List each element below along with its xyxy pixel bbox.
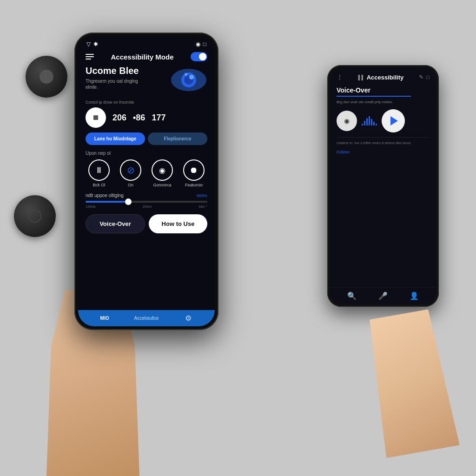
svg-point-4	[185, 73, 187, 76]
sec-waveform-bars	[362, 116, 377, 126]
accessibility-toggle[interactable]	[191, 52, 207, 61]
slider-title: ndlt uppoe olttglng	[86, 193, 124, 198]
nav-item-settings[interactable]: ⚙	[169, 314, 207, 323]
sec-search-icon[interactable]: 🔍	[347, 291, 357, 300]
pause-circle[interactable]	[88, 159, 110, 181]
sec-record-icon: ◉	[344, 117, 350, 125]
sec-header: ⋮ ▌▌ Accessibility ✎ □	[330, 68, 436, 84]
sec-person-icon[interactable]: 👤	[410, 291, 419, 300]
sec-desc: Brg dve sndr oto smdll prty rnbles.	[337, 99, 430, 105]
menu-button[interactable]	[86, 54, 94, 60]
sec-subtitle: Voice-Over	[337, 86, 430, 94]
sound-circle[interactable]	[152, 159, 173, 181]
gear-icon: ⚙	[185, 314, 192, 322]
nav-item-mio[interactable]: MIO	[86, 316, 124, 321]
play-triangle-icon	[390, 116, 398, 126]
slash-label: On	[128, 183, 133, 187]
sec-record-button[interactable]: ◉	[337, 111, 357, 131]
slash-circle[interactable]	[120, 159, 141, 181]
slider-fill	[86, 201, 128, 203]
icon-item-record: Featuroio	[183, 159, 205, 187]
stat-circle-icon	[86, 107, 106, 128]
hands-container: ▽ ✱ ◉ □ Accessibility Mode	[0, 0, 476, 476]
icon-item-pause: Bck Ol	[88, 159, 110, 187]
icon-item-sound: Gonvorca	[152, 159, 173, 187]
tab-language[interactable]: Lane ho Miodnlage	[86, 132, 145, 145]
bar-2	[364, 121, 365, 126]
bar-5	[371, 119, 372, 126]
sound-label: Gonvorca	[153, 183, 171, 187]
slider-thumb[interactable]	[125, 198, 132, 205]
welcome-text: Ucome Blee Thgresem you oal dnglng elmle…	[86, 65, 151, 90]
pause-label: Bck Ol	[93, 183, 106, 187]
app-header: Accessibility Mode	[78, 49, 215, 65]
globe-icon: ◉	[196, 41, 200, 47]
sec-controls: ◉	[337, 109, 430, 132]
slider-track[interactable]	[86, 201, 207, 203]
status-icons-left: ▽ ✱	[86, 41, 98, 47]
stat-icon-inner	[93, 115, 98, 120]
voice-over-button[interactable]: Voice-Over	[86, 214, 145, 233]
icon-item-on: On	[120, 159, 141, 187]
sec-play-button[interactable]	[382, 109, 405, 132]
app-title: Accessibility Mode	[111, 53, 173, 61]
status-icons-right: ◉ □	[196, 41, 206, 47]
stat-num-2: •86	[133, 113, 145, 123]
sec-edit-icon[interactable]: ✎	[419, 74, 423, 80]
nav-accessibility-label: Acceloiullce	[134, 316, 159, 321]
slider-max-label: Mio °	[199, 205, 207, 209]
signal-icon: ▽	[86, 41, 91, 47]
sec-divider	[337, 137, 430, 138]
pause-icon	[95, 165, 103, 175]
slider-min-label: 1694k	[86, 205, 96, 209]
svg-point-3	[189, 75, 194, 79]
stat-num-3: 177	[152, 113, 165, 123]
sec-square-icon[interactable]: □	[426, 74, 430, 80]
stat-num-1: 206	[112, 113, 126, 123]
slider-section: ndlt uppoe olttglng 069% 1694k 200m Mio …	[86, 193, 207, 209]
eye-icon	[170, 65, 207, 95]
slider-value: 069%	[197, 193, 207, 198]
share-icon: □	[203, 41, 206, 47]
hand-right	[362, 308, 460, 458]
bottom-nav: MIO Acceloiullce ⚙	[78, 310, 215, 326]
phone-main: ▽ ✱ ◉ □ Accessibility Mode	[74, 33, 218, 330]
bar-6	[373, 122, 375, 126]
sec-mic-icon[interactable]: 🎤	[378, 291, 388, 300]
sec-signal-icon: ▌▌	[358, 75, 365, 80]
nav-item-accessibility[interactable]: Acceloiullce	[127, 316, 165, 321]
bar-3	[366, 118, 368, 126]
welcome-heading: Ucome Blee	[86, 65, 151, 76]
bar-1	[362, 124, 363, 126]
sec-bottom-label: Dolzeo	[337, 150, 430, 154]
user-section-label: Upon nep ol	[86, 151, 207, 156]
phone-secondary-screen: ⋮ ▌▌ Accessibility ✎ □ Voice-Over Brg dv…	[330, 68, 436, 304]
icon-row: Bck Ol On Gonvorca	[86, 159, 207, 187]
welcome-section: Ucome Blee Thgresem you oal dnglng elmle…	[86, 65, 207, 95]
app-content: Ucome Blee Thgresem you oal dnglng elmle…	[78, 65, 215, 310]
record-circle[interactable]	[183, 159, 205, 181]
sec-text-block: Udatce m. lvo s lolfm muro b dolros llbo…	[337, 140, 430, 146]
sec-dots-icon: ⋮	[337, 73, 343, 81]
slider-labels: 1694k 200m Mio °	[86, 205, 207, 209]
record-label: Featuroio	[185, 183, 203, 187]
status-bar: ▽ ✱ ◉ □	[78, 36, 215, 49]
bar-7	[376, 124, 377, 126]
sec-bottom-nav: 🔍 🎤 👤	[330, 287, 436, 304]
bluetooth-icon: ✱	[93, 41, 98, 47]
how-to-use-button[interactable]: How to Use	[149, 214, 207, 233]
bottom-buttons: Voice-Over How to Use	[86, 214, 207, 233]
stats-label: Contol ip drow on frsomite	[86, 100, 207, 105]
sec-title-underline	[337, 96, 411, 97]
slider-header: ndlt uppoe olttglng 069%	[86, 193, 207, 198]
tab-buttons: Lane ho Miodnlage Fleplionerce	[86, 132, 207, 145]
slash-icon	[127, 165, 135, 176]
slider-mid-label: 200m	[143, 205, 152, 209]
eye-svg	[170, 67, 207, 93]
phone-secondary: ⋮ ▌▌ Accessibility ✎ □ Voice-Over Brg dv…	[327, 65, 439, 307]
bar-4	[369, 116, 370, 126]
phone-screen: ▽ ✱ ◉ □ Accessibility Mode	[78, 36, 215, 326]
record-icon	[190, 165, 198, 175]
sec-content: Voice-Over Brg dve sndr oto smdll prty r…	[330, 84, 436, 287]
tab-explore[interactable]: Fleplionerce	[148, 132, 207, 145]
